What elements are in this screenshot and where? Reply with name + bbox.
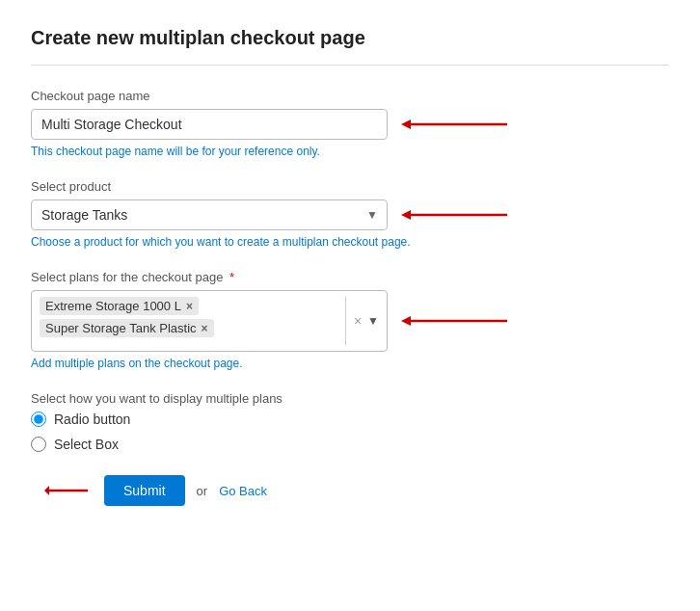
svg-marker-1 xyxy=(401,120,411,129)
tag-remove-btn[interactable]: × xyxy=(202,323,208,334)
radio-item-select[interactable]: Select Box xyxy=(31,437,669,452)
plans-row: Extreme Storage 1000 L × Super Storage T… xyxy=(31,290,669,352)
tag-item: Super Storage Tank Plastic × xyxy=(40,319,214,337)
product-label: Select product xyxy=(31,179,669,194)
actions-separator: or xyxy=(197,484,208,498)
product-row: Storage Tanks ▼ xyxy=(31,199,669,230)
svg-marker-3 xyxy=(401,210,411,220)
tags-area: Extreme Storage 1000 L × Super Storage T… xyxy=(40,297,341,337)
product-hint: Choose a product for which you want to c… xyxy=(31,235,669,249)
checkout-name-section: Checkout page name This checkout page na… xyxy=(31,89,669,158)
arrow-indicator-product xyxy=(401,206,517,224)
product-section: Select product Storage Tanks ▼ Choose a … xyxy=(31,179,669,249)
plans-label: Select plans for the checkout page * xyxy=(31,270,669,284)
submit-button[interactable]: Submit xyxy=(104,475,185,506)
tag-remove-btn[interactable]: × xyxy=(186,301,193,312)
radio-item-radio[interactable]: Radio button xyxy=(31,412,669,427)
tags-dropdown-btn[interactable]: ▼ xyxy=(367,314,379,328)
svg-marker-7 xyxy=(44,486,49,495)
plans-hint: Add multiple plans on the checkout page. xyxy=(31,357,669,370)
product-select-wrapper: Storage Tanks ▼ xyxy=(31,199,388,230)
checkout-name-label: Checkout page name xyxy=(31,89,669,103)
display-mode-section: Select how you want to display multiple … xyxy=(31,391,669,452)
arrow-indicator-name xyxy=(401,116,517,133)
radio-label-radio: Radio button xyxy=(54,412,130,427)
section-divider xyxy=(31,65,669,66)
plans-section: Select plans for the checkout page * Ext… xyxy=(31,270,669,370)
arrow-indicator-plans xyxy=(401,312,517,330)
page-title: Create new multiplan checkout page xyxy=(31,27,669,49)
go-back-link[interactable]: Go Back xyxy=(219,484,267,498)
tags-clear-btn[interactable]: × xyxy=(354,313,362,329)
form-actions: Submit or Go Back xyxy=(31,475,669,506)
radio-input-radio[interactable] xyxy=(31,412,46,427)
checkout-name-hint: This checkout page name will be for your… xyxy=(31,145,669,158)
tag-item: Extreme Storage 1000 L × xyxy=(40,297,199,315)
svg-marker-5 xyxy=(401,316,411,326)
required-star: * xyxy=(229,270,234,284)
checkout-name-row xyxy=(31,109,669,140)
arrow-indicator-submit xyxy=(44,482,93,499)
checkout-name-input[interactable] xyxy=(31,109,388,140)
tag-label: Super Storage Tank Plastic xyxy=(45,321,197,335)
tag-label: Extreme Storage 1000 L xyxy=(45,299,181,313)
page-container: Create new multiplan checkout page Check… xyxy=(0,0,700,533)
tags-controls: × ▼ xyxy=(345,297,379,345)
radio-input-select[interactable] xyxy=(31,437,46,452)
radio-label-select: Select Box xyxy=(54,437,119,452)
radio-group: Radio button Select Box xyxy=(31,412,669,452)
product-select[interactable]: Storage Tanks xyxy=(31,199,388,230)
plans-tags-wrapper[interactable]: Extreme Storage 1000 L × Super Storage T… xyxy=(31,290,388,352)
display-mode-label: Select how you want to display multiple … xyxy=(31,391,669,406)
